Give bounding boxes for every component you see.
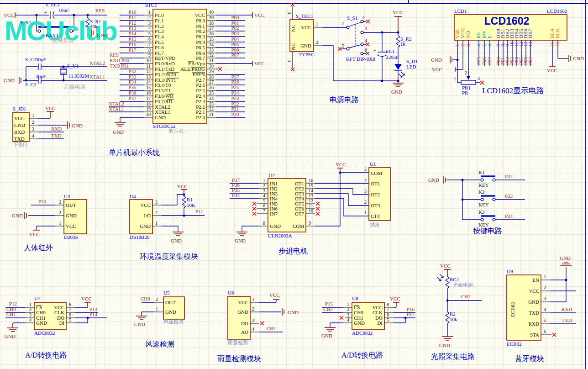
stepper-motor-48-3: 3 <box>364 189 367 194</box>
mcu-34-p2-6: P2.6 <box>196 82 205 88</box>
lcd-circuit-35-p25: P25 <box>476 57 481 65</box>
human-ir-graphics[interactable] <box>25 200 87 234</box>
gnd-symbol <box>19 77 21 84</box>
button-k1 <box>481 176 495 181</box>
wind-sensor-5-ch0: CH0 <box>141 296 150 301</box>
human-ir-11-: 人体红外 <box>24 244 53 252</box>
lcd-circuit-32-14: 14 <box>527 42 533 47</box>
mcu-112-p25: P25 <box>231 84 239 90</box>
mcu-74-27: 27 <box>209 79 214 84</box>
crystal-circuit-2-xtal2: XTAL2 <box>89 60 105 66</box>
bluetooth-5-gnd: GND <box>528 299 539 305</box>
lcd-circuit-7-rw: RW <box>481 30 487 38</box>
adc2-12-4: 4 <box>347 317 349 322</box>
rain-sensor-graphics[interactable] <box>228 296 284 340</box>
stepper-motor-41-com: COM <box>371 170 382 176</box>
mcu-95-p35: P35 <box>128 84 136 90</box>
lcd-circuit-20-2: 2 <box>460 44 465 47</box>
adc1-16-5: 5 <box>69 317 71 322</box>
mcu-59-19: 19 <box>146 106 151 111</box>
bluetooth-4-vcc: VCC <box>529 288 539 294</box>
bluetooth-1-u9: U9 <box>507 269 513 274</box>
power-circuit-4-vcc: VCC <box>301 25 311 30</box>
vcc-symbol <box>394 16 402 32</box>
mcu-51-11: 11 <box>146 63 151 69</box>
adc2-16-5: 5 <box>387 317 389 322</box>
stepper-motor-29-12: 12 <box>309 198 313 203</box>
lcd-circuit-8-e: E <box>487 35 492 38</box>
bluetooth-15-rxd: RXD <box>562 306 572 312</box>
wind-sensor-6-gnd: GND <box>134 322 145 327</box>
stepper-motor-50-1: 1 <box>364 210 367 215</box>
mcu-80-21: 21 <box>209 112 214 117</box>
power-circuit-25-led: LED <box>406 64 416 69</box>
lcd-circuit-0-lcd1: LCD1 <box>454 8 467 14</box>
human-ir-2-gnd: GND <box>66 213 77 218</box>
light-sensor-graphics[interactable] <box>437 269 482 340</box>
gnd-symbol <box>25 212 26 219</box>
adc1-12-4: 4 <box>29 317 31 322</box>
stepper-motor-27-14: 14 <box>309 188 313 193</box>
mcu-21-vcc: VCC <box>194 12 205 18</box>
reset-circuit-10-gnd: GND <box>97 32 108 38</box>
gnd-symbol <box>560 262 572 266</box>
mcu-7-p1-6: P1.6 <box>155 45 164 50</box>
mcu-77-24: 24 <box>209 96 214 101</box>
adc1-9-1: 1 <box>29 302 31 307</box>
stepper-motor-52-: 步进电机 <box>278 247 308 255</box>
bluetooth-0-gnd: GND <box>560 255 571 261</box>
mcu-81-p10: P10 <box>128 9 136 15</box>
adc2-11-3: 3 <box>347 312 349 317</box>
download-port-4-txd: TXD <box>14 136 25 142</box>
mcu-66-35: 35 <box>209 37 214 42</box>
download-port-11-rxd: RXD <box>51 126 62 132</box>
power-circuit-9-0: 0 <box>287 60 292 62</box>
power-circuit-14-4: 4 <box>365 38 367 43</box>
stepper-motor-26-15: 15 <box>309 183 313 188</box>
temp-sensor-13-: 环境温度采集模块 <box>140 253 198 260</box>
rain-sensor-6-2: 2 <box>252 306 254 311</box>
adc2-22-p17: P17 <box>407 311 415 317</box>
mcu-88-p17: P17 <box>128 47 136 53</box>
crystal-circuit-5-xtal1: XTAL1 <box>89 74 105 79</box>
mcu-60-20: 20 <box>146 112 151 117</box>
light-sensor-1-rg1: RG1 <box>450 277 459 282</box>
adc2-18-ch2: CH2 <box>323 306 333 312</box>
rain-sensor-2-gnd: GND <box>237 309 248 315</box>
bluetooth-7-rxd: RXD <box>529 321 539 327</box>
mcu-6-p1-5: P1.5 <box>155 39 164 45</box>
key-circuit-4-k2: K2 <box>478 189 484 195</box>
adc2-24-a-d: A/D转换电路 <box>341 351 383 359</box>
mcu-62-39: 39 <box>209 15 214 20</box>
rain-sensor-0-u6: U6 <box>228 290 234 295</box>
temp-sensor-4-3: 3 <box>155 200 158 205</box>
stepper-motor-51-: 插座 <box>370 222 380 227</box>
lcd-circuit-36-p26: P26 <box>481 57 487 65</box>
temp-sensor-0-u4: U4 <box>130 194 136 199</box>
mcu-71-30: 30 <box>209 63 214 69</box>
stepper-motor-31-10: 10 <box>309 208 313 213</box>
mcu-27-p0-5: P0.5 <box>196 45 205 50</box>
stepper-motor-38-vcc: VCC <box>336 162 346 167</box>
power-circuit-0-0: 0 <box>287 12 292 14</box>
bluetooth-3-en: EN <box>532 277 539 283</box>
power-circuit-26-gnd: GND <box>391 89 402 95</box>
mcu-75-26: 26 <box>209 85 214 90</box>
mcu-14-p3-4-t0: P3.4/T0 <box>155 82 171 88</box>
mcu-54-14: 14 <box>146 79 151 84</box>
mcu-43-3: 3 <box>148 21 151 26</box>
bluetooth-graphics[interactable] <box>507 262 576 340</box>
crystal-circuit-3-s-y1: S_Y1 <box>67 63 79 69</box>
mcu-15-p3-5-t1: P3.5/T1 <box>155 88 171 93</box>
button-k2 <box>481 196 495 201</box>
gnd-symbol <box>442 337 453 340</box>
adc2-4-gnd: GND <box>354 320 365 326</box>
adc2-graphics[interactable] <box>322 302 415 331</box>
cap-s-c1 <box>38 63 41 70</box>
lcd-circuit-6-rs: RS <box>476 32 481 38</box>
reset-circuit-6-: 按键复位 <box>52 37 74 43</box>
mcu-94-p34: P34 <box>128 79 136 84</box>
adc1-23-p14: P14 <box>89 311 98 317</box>
mcu-96-p36: P36 <box>128 90 136 95</box>
gnd-symbol <box>450 56 452 63</box>
